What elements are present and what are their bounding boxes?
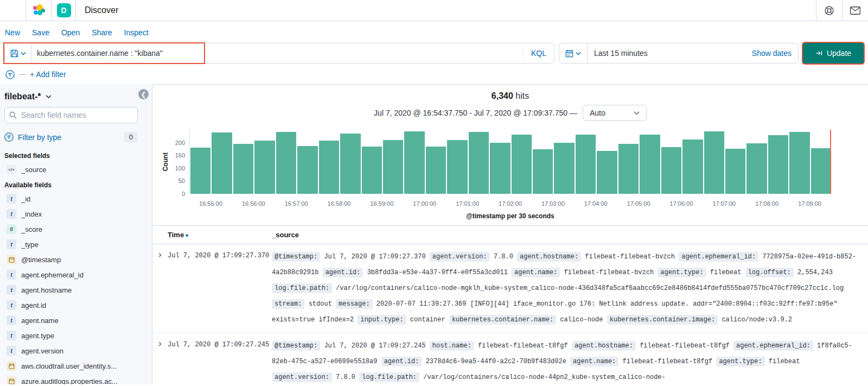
- table-row: ›Jul 7, 2020 @ 17:09:27.370@timestamp: J…: [152, 244, 868, 333]
- doc-source-cell: @timestamp: Jul 7, 2020 @ 17:09:27.245 h…: [272, 338, 868, 384]
- histogram-bar[interactable]: [212, 132, 232, 194]
- histogram-bar[interactable]: [682, 140, 703, 194]
- field-item-agent.hostname[interactable]: tagent.hostname: [4, 282, 138, 298]
- histogram-bar[interactable]: [512, 135, 532, 194]
- date-picker-button[interactable]: [559, 43, 588, 63]
- time-column-header[interactable]: Time▾: [168, 231, 272, 239]
- available-fields-heading: Available fields: [4, 177, 138, 191]
- update-button[interactable]: Update: [803, 43, 864, 64]
- show-dates-link[interactable]: Show dates: [745, 43, 798, 63]
- histogram-bar[interactable]: [576, 135, 596, 194]
- histogram-bar[interactable]: [276, 132, 296, 194]
- field-item-agent.name[interactable]: tagent.name: [4, 313, 138, 328]
- field-item-agent.id[interactable]: tagent.id: [4, 298, 138, 313]
- query-input[interactable]: kubernetes.container.name : "kibana": [31, 43, 523, 63]
- doc-time-cell: Jul 7, 2020 @ 17:09:27.245: [168, 338, 272, 384]
- histogram-bar[interactable]: [404, 131, 424, 194]
- field-item-_score[interactable]: #_score: [4, 222, 138, 237]
- interval-select[interactable]: Auto: [583, 105, 647, 121]
- field-key: agent.version:: [430, 252, 490, 262]
- field-key: agent.id:: [323, 268, 363, 277]
- histogram-bar[interactable]: [661, 147, 681, 194]
- field-name: agent.name: [21, 317, 59, 325]
- histogram-bar[interactable]: [233, 144, 253, 194]
- histogram-bar[interactable]: [789, 132, 809, 194]
- expand-row-toggle[interactable]: ›: [152, 249, 168, 328]
- x-axis-tick-label: 17:07:00: [712, 200, 736, 207]
- histogram-bar[interactable]: [426, 147, 446, 194]
- help-button[interactable]: [816, 0, 842, 21]
- string-type-icon: t: [7, 209, 16, 219]
- date-picker-group: Last 15 minutes Show dates: [559, 43, 799, 64]
- histogram-bar[interactable]: [811, 148, 831, 194]
- saved-query-menu-button[interactable]: [5, 43, 31, 63]
- histogram-bar[interactable]: [768, 135, 788, 194]
- field-item-_source[interactable]: </>_source: [4, 162, 138, 177]
- field-item-agent.version[interactable]: tagent.version: [4, 343, 138, 358]
- nav-link-share[interactable]: Share: [92, 28, 112, 37]
- field-key: agent.ephemeral_id:: [679, 252, 758, 262]
- histogram-bar[interactable]: [618, 144, 639, 194]
- field-item-@timestamp[interactable]: @timestamp: [4, 252, 138, 267]
- histogram-bar[interactable]: [640, 135, 660, 194]
- histogram-bar[interactable]: [297, 146, 317, 194]
- field-search-wrap: [4, 107, 138, 123]
- discover-app-badge[interactable]: D: [57, 3, 71, 17]
- available-fields-list: t_idt_index#_scoret_type@timestamptagent…: [4, 191, 138, 384]
- field-item-agent.ephemeral_id[interactable]: tagent.ephemeral_id: [4, 267, 138, 282]
- chevron-left-icon: ❮: [141, 91, 146, 98]
- selected-fields-heading: Selected fields: [4, 148, 138, 162]
- nav-link-save[interactable]: Save: [32, 28, 49, 37]
- elastic-logo-button[interactable]: [26, 0, 52, 21]
- histogram-bar[interactable]: [746, 143, 767, 194]
- histogram-bar[interactable]: [597, 151, 617, 194]
- histogram-bar[interactable]: [554, 143, 574, 194]
- y-axis-tick-label: 200: [175, 140, 185, 146]
- histogram-bar[interactable]: [340, 134, 360, 194]
- filter-icon: [4, 132, 14, 142]
- field-item-_type[interactable]: t_type: [4, 237, 138, 252]
- time-range-value[interactable]: Last 15 minutes: [588, 43, 745, 63]
- y-axis-ticks: 050100150200: [170, 130, 189, 194]
- histogram-bar[interactable]: [447, 140, 467, 194]
- field-item-_id[interactable]: t_id: [4, 191, 138, 206]
- x-axis-tick-label: 17:04:00: [584, 200, 608, 207]
- add-filter-link[interactable]: + Add filter: [30, 70, 66, 79]
- field-name: agent.ephemeral_id: [21, 271, 84, 279]
- field-item-aws.cloudtrail.user_identity.s...[interactable]: aws.cloudtrail.user_identity.s...: [4, 358, 138, 374]
- histogram-bar[interactable]: [362, 147, 382, 194]
- field-key: log.offset:: [745, 268, 794, 277]
- nav-link-new[interactable]: New: [5, 28, 20, 37]
- query-bar: kubernetes.container.name : "kibana" KQL…: [0, 42, 868, 65]
- search-icon: [9, 111, 17, 119]
- filter-by-type-button[interactable]: Filter by type 0: [4, 130, 138, 148]
- nav-link-open[interactable]: Open: [61, 28, 80, 37]
- histogram-bar[interactable]: [190, 148, 210, 194]
- histogram-bar[interactable]: [725, 149, 745, 194]
- field-value: /var/log/containers/calico-node-mgklh_ku…: [336, 284, 844, 292]
- histogram-bar[interactable]: [319, 141, 339, 194]
- histogram-bar[interactable]: [383, 140, 403, 194]
- field-search-input[interactable]: [4, 107, 138, 123]
- field-item-agent.type[interactable]: tagent.type: [4, 328, 138, 343]
- histogram-bar[interactable]: [469, 132, 489, 194]
- collapse-sidebar-button[interactable]: ❮: [138, 89, 149, 99]
- field-item-_index[interactable]: t_index: [4, 206, 138, 222]
- nav-link-inspect[interactable]: Inspect: [124, 28, 149, 37]
- histogram-bar[interactable]: [533, 149, 553, 194]
- newsfeed-button[interactable]: [842, 0, 868, 21]
- field-key: agent.ephemeral_id:: [733, 341, 813, 351]
- expand-row-toggle[interactable]: ›: [152, 338, 168, 384]
- field-value: 7.8.0: [494, 253, 513, 261]
- app-badge-cell: D: [52, 0, 76, 21]
- filter-icon[interactable]: [5, 70, 15, 79]
- help-icon: [825, 6, 834, 15]
- histogram-bar[interactable]: [490, 143, 510, 194]
- query-language-button[interactable]: KQL: [523, 43, 554, 63]
- histogram-bar[interactable]: [254, 141, 275, 194]
- field-item-azure.auditlogs.properties.ac...[interactable]: azure.auditlogs.properties.ac...: [4, 374, 138, 384]
- selected-fields-list: </>_source: [4, 162, 138, 177]
- menu-button[interactable]: [0, 0, 26, 21]
- index-pattern-selector[interactable]: filebeat-*: [4, 88, 138, 107]
- histogram-bar[interactable]: [704, 131, 724, 194]
